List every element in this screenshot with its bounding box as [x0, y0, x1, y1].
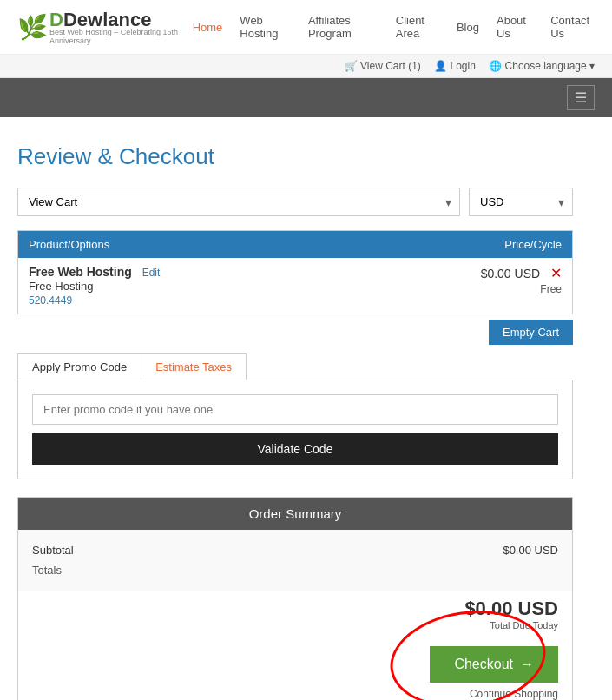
- tab-content-promo: Validate Code: [17, 380, 573, 479]
- nav-about[interactable]: About Us: [497, 14, 533, 40]
- nav-toggle-button[interactable]: ☰: [567, 85, 595, 110]
- cart-controls: View Cart USD: [17, 188, 573, 216]
- promo-code-input[interactable]: [32, 394, 558, 425]
- tab-apply-promo[interactable]: Apply Promo Code: [17, 353, 141, 380]
- toggle-bar: ☰: [0, 78, 612, 117]
- cart-table-header-row: Product/Options Price/Cycle: [18, 231, 573, 259]
- subtotal-value: $0.00 USD: [503, 544, 558, 557]
- topbar: 🛒 View Cart (1) 👤 Login 🌐 Choose languag…: [0, 55, 612, 78]
- product-header: Product/Options: [18, 231, 351, 259]
- price-cell: $0.00 USD ✕ Free: [350, 258, 572, 314]
- cart-table: Product/Options Price/Cycle Free Web Hos…: [17, 230, 573, 314]
- logo-leaf-icon: 🌿: [17, 13, 48, 42]
- view-cart-select-wrap: View Cart: [17, 188, 460, 216]
- empty-cart-button[interactable]: Empty Cart: [489, 320, 573, 345]
- continue-shopping-link[interactable]: Continue Shopping: [32, 688, 558, 700]
- totals-label: Totals: [32, 564, 62, 577]
- header: 🌿 DDewlance Best Web Hosting – Celebrati…: [0, 0, 612, 55]
- item-cycle: Free: [540, 283, 562, 295]
- nav-affiliates[interactable]: Affiliates Program: [308, 14, 378, 40]
- view-cart-select[interactable]: View Cart: [17, 188, 460, 216]
- main-nav: Home Web Hosting Affiliates Program Clie…: [193, 14, 595, 40]
- tab-estimate-taxes[interactable]: Estimate Taxes: [141, 353, 247, 380]
- nav-home[interactable]: Home: [193, 21, 223, 34]
- order-summary: Order Summary Subtotal $0.00 USD Totals …: [17, 497, 573, 700]
- nav-contact[interactable]: Contact Us: [550, 14, 595, 40]
- item-price: $0.00 USD: [481, 267, 540, 281]
- currency-select-wrap: USD: [469, 188, 573, 216]
- view-cart-link[interactable]: 🛒 View Cart (1): [345, 60, 421, 72]
- main-content: Review & Checkout View Cart USD Product/…: [0, 117, 590, 700]
- nav-blog[interactable]: Blog: [457, 21, 479, 34]
- price-header: Price/Cycle: [350, 231, 572, 259]
- subtotal-label: Subtotal: [32, 544, 74, 557]
- validate-code-button[interactable]: Validate Code: [32, 433, 558, 465]
- language-link[interactable]: 🌐 Choose language ▾: [489, 60, 595, 72]
- product-name: Free Web Hosting: [29, 265, 132, 279]
- currency-select[interactable]: USD: [469, 188, 573, 216]
- cart-action-row: Empty Cart: [17, 320, 573, 345]
- total-amount: $0.00 USD: [32, 598, 558, 620]
- product-id: 520.4449: [29, 294, 72, 307]
- order-summary-header: Order Summary: [18, 498, 572, 530]
- promo-tabs: Apply Promo Code Estimate Taxes: [17, 353, 573, 380]
- logo: 🌿 DDewlance Best Web Hosting – Celebrati…: [17, 9, 193, 45]
- page-title: Review & Checkout: [17, 143, 573, 170]
- nav-client-area[interactable]: Client Area: [396, 14, 439, 40]
- product-description: Free Hosting: [29, 280, 93, 293]
- login-link[interactable]: 👤 Login: [434, 60, 476, 72]
- checkout-area: Checkout → Continue Shopping: [18, 637, 572, 700]
- nav-web-hosting[interactable]: Web Hosting: [240, 14, 291, 40]
- edit-link[interactable]: Edit: [142, 267, 161, 279]
- checkout-arrow-icon: →: [520, 657, 534, 672]
- table-row: Free Web Hosting Edit Free Hosting 520.4…: [18, 258, 573, 314]
- order-summary-body: Subtotal $0.00 USD Totals: [18, 530, 572, 591]
- total-row: $0.00 USD Total Due Today: [18, 591, 572, 637]
- total-due-label: Total Due Today: [32, 620, 558, 631]
- product-cell: Free Web Hosting Edit Free Hosting 520.4…: [18, 258, 351, 314]
- totals-row: Totals: [32, 560, 558, 580]
- checkout-label: Checkout: [454, 657, 513, 672]
- remove-item-button[interactable]: ✕: [550, 265, 562, 281]
- logo-tagline: Best Web Hosting – Celebrating 15th Anni…: [49, 28, 193, 45]
- checkout-button[interactable]: Checkout →: [430, 646, 558, 683]
- subtotal-row: Subtotal $0.00 USD: [32, 540, 558, 560]
